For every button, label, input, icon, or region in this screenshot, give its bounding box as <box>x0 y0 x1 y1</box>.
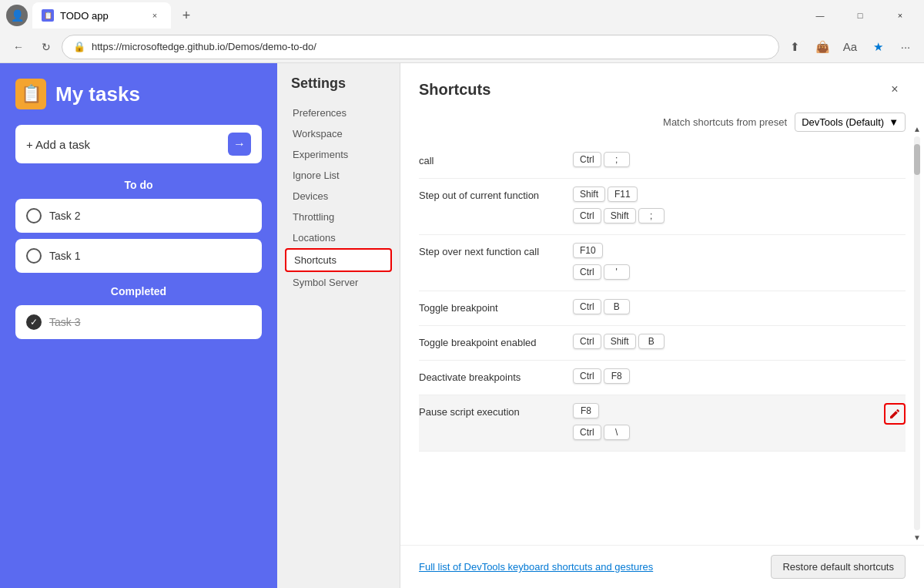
shortcut-key-group: F10 <box>573 243 906 258</box>
settings-menu-item-shortcuts[interactable]: Shortcuts <box>285 248 392 272</box>
add-task-text: + Add a task <box>26 138 220 151</box>
completed-section-title: Completed <box>15 285 262 297</box>
browser-chrome: 👤 📋 TODO app × + — □ × ← ↻ 🔒 https://mic… <box>0 0 924 63</box>
add-task-button[interactable]: → <box>228 133 251 156</box>
settings-menu-item-locations[interactable]: Locations <box>285 227 392 248</box>
shortcut-row-step-out: Step out of current function Shift F11 C… <box>419 179 906 235</box>
title-bar: 👤 📋 TODO app × + — □ × <box>0 0 924 31</box>
settings-menu-item-symbol-server[interactable]: Symbol Server <box>285 272 392 293</box>
browser-tab[interactable]: 📋 TODO app × <box>32 2 171 29</box>
key-f10: F10 <box>573 243 603 258</box>
shortcut-key-group: Ctrl Shift B <box>573 334 906 349</box>
pencil-icon <box>889 408 900 419</box>
shortcut-key-group: Shift F11 <box>573 186 906 202</box>
shortcut-key-group: Ctrl Shift ; <box>573 208 906 223</box>
key-semicolon: ; <box>638 208 665 223</box>
scroll-up-button[interactable]: ▲ <box>913 125 921 133</box>
todo-icon: 📋 <box>15 79 46 109</box>
minimize-button[interactable]: — <box>802 3 838 28</box>
shortcut-key-group: Ctrl ; <box>573 152 906 167</box>
shortcut-keys-step-over: F10 Ctrl ' <box>573 243 906 283</box>
collections-button[interactable]: 👜 <box>810 35 835 59</box>
more-tools-button[interactable]: ··· <box>893 35 918 59</box>
tab-icon: 📋 <box>42 9 54 22</box>
chevron-down-icon: ▼ <box>889 116 899 128</box>
key-ctrl: Ctrl <box>573 152 601 167</box>
shortcut-row-toggle-bp: Toggle breakpoint Ctrl B <box>419 291 906 326</box>
shortcut-row-pause-script: Pause script execution F8 Ctrl \ <box>419 395 906 452</box>
task-checkbox-task2[interactable] <box>26 208 42 223</box>
scrollbar: ▲ ▼ <box>913 125 921 542</box>
shortcut-name-deactivate-bp: Deactivate breakpoints <box>419 368 573 385</box>
share-button[interactable]: ⬆ <box>782 35 807 59</box>
main-content: 📋 My tasks + Add a task → To do Task 2 T… <box>0 63 924 588</box>
shortcut-name-pause-script: Pause script execution <box>419 403 573 420</box>
key-shift: Shift <box>604 334 636 349</box>
settings-menu-item-preferences[interactable]: Preferences <box>285 102 392 123</box>
settings-menu-item-experiments[interactable]: Experiments <box>285 144 392 165</box>
key-ctrl: Ctrl <box>573 208 601 223</box>
full-list-link[interactable]: Full list of DevTools keyboard shortcuts… <box>419 561 653 573</box>
close-window-button[interactable]: × <box>882 3 918 28</box>
key-shift: Shift <box>604 208 636 223</box>
shortcut-keys-toggle-bp: Ctrl B <box>573 299 906 318</box>
shortcuts-header: Shortcuts × <box>419 79 906 100</box>
key-ctrl: Ctrl <box>573 368 601 384</box>
shortcut-key-group: Ctrl ' <box>573 264 906 280</box>
edit-shortcut-button[interactable] <box>884 403 906 425</box>
task-label-task1: Task 1 <box>49 250 80 262</box>
tab-close-button[interactable]: × <box>148 8 162 22</box>
todo-header: 📋 My tasks <box>15 79 262 109</box>
lock-icon: 🔒 <box>73 41 85 52</box>
shortcut-keys-step-out: Shift F11 Ctrl Shift ; <box>573 186 906 227</box>
read-aloud-button[interactable]: Aa <box>838 35 862 59</box>
settings-menu-item-ignore-list[interactable]: Ignore List <box>285 165 392 186</box>
key-f8: F8 <box>604 368 630 384</box>
settings-title: Settings <box>285 76 392 92</box>
title-bar-left: 👤 📋 TODO app × + <box>6 2 796 29</box>
add-task-bar[interactable]: + Add a task → <box>15 125 262 163</box>
preset-row: Match shortcuts from preset DevTools (De… <box>419 113 906 132</box>
key-ctrl: Ctrl <box>573 334 601 349</box>
shortcut-keys-deactivate-bp: Ctrl F8 <box>573 368 906 387</box>
settings-menu-item-throttling[interactable]: Throttling <box>285 207 392 227</box>
shortcut-keys-pause-script: F8 Ctrl \ <box>573 403 884 443</box>
task-checkbox-task1[interactable] <box>26 248 42 264</box>
tab-title: TODO app <box>60 10 109 22</box>
preset-value: DevTools (Default) <box>802 116 884 128</box>
shortcuts-close-button[interactable]: × <box>884 79 906 100</box>
shortcuts-title: Shortcuts <box>419 81 490 99</box>
shortcut-keys-toggle-bp-enabled: Ctrl Shift B <box>573 334 906 352</box>
task-checkbox-task3[interactable]: ✓ <box>26 314 42 330</box>
shortcut-row-deactivate-bp: Deactivate breakpoints Ctrl F8 <box>419 361 906 395</box>
key-backslash: \ <box>604 425 630 440</box>
favorites-button[interactable]: ★ <box>865 35 890 59</box>
shortcut-key-group: Ctrl F8 <box>573 368 906 384</box>
task-label-task3: Task 3 <box>49 316 80 328</box>
scroll-down-button[interactable]: ▼ <box>913 533 921 542</box>
shortcut-key-group: Ctrl B <box>573 299 906 314</box>
restore-button[interactable]: □ <box>842 3 878 28</box>
task-item: Task 2 <box>15 199 262 233</box>
address-bar[interactable]: 🔒 https://microsoftedge.github.io/Demos/… <box>62 35 779 59</box>
restore-defaults-button[interactable]: Restore default shortcuts <box>771 555 906 579</box>
profile-icon[interactable]: 👤 <box>6 5 28 26</box>
settings-menu-item-workspace[interactable]: Workspace <box>285 123 392 144</box>
preset-label: Match shortcuts from preset <box>663 116 787 128</box>
preset-select[interactable]: DevTools (Default) ▼ <box>795 113 906 132</box>
todo-sidebar: 📋 My tasks + Add a task → To do Task 2 T… <box>0 63 277 588</box>
shortcut-name-toggle-bp-enabled: Toggle breakpoint enabled <box>419 334 573 351</box>
settings-panel: Settings Preferences Workspace Experimen… <box>277 63 400 588</box>
task-item-completed: ✓ Task 3 <box>15 305 262 339</box>
scroll-thumb[interactable] <box>914 144 920 175</box>
shortcuts-list: call Ctrl ; Step out of current function… <box>419 144 906 546</box>
settings-menu-item-devices[interactable]: Devices <box>285 186 392 207</box>
new-tab-button[interactable]: + <box>176 5 197 26</box>
shortcut-name-toggle-bp: Toggle breakpoint <box>419 299 573 316</box>
refresh-button[interactable]: ↻ <box>34 35 59 59</box>
shortcut-row-step-over: Step over next function call F10 Ctrl ' <box>419 235 906 291</box>
window-controls: — □ × <box>802 3 918 28</box>
back-button[interactable]: ← <box>6 35 31 59</box>
shortcut-name-call: call <box>419 152 573 169</box>
key-b: B <box>604 299 630 314</box>
